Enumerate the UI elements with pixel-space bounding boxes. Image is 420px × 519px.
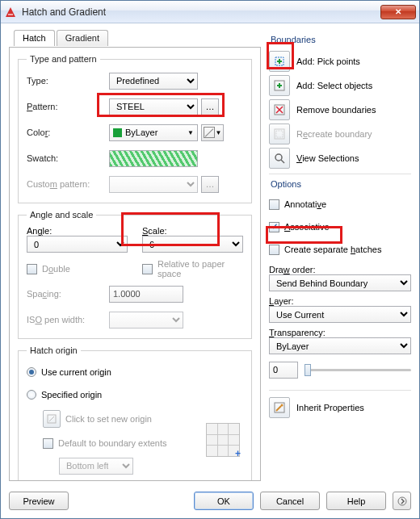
set-new-origin-button [43, 410, 61, 428]
legend-type-pattern: Type and pattern [27, 54, 100, 64]
specified-origin-label: Specified origin [41, 390, 102, 400]
legend-hatch-origin: Hatch origin [27, 345, 81, 355]
pattern-browse-button[interactable]: … [201, 98, 219, 115]
scale-label: Scale: [142, 226, 243, 236]
app-logo-icon [4, 6, 17, 19]
spacing-label: Spacing: [27, 289, 109, 299]
title-bar: Hatch and Gradient ✕ [1, 1, 419, 23]
double-checkbox [27, 264, 37, 274]
add-select-objects-label: Add: Select objects [296, 81, 372, 90]
layer-label: Layer: [269, 296, 411, 306]
group-type-pattern: Type and pattern Type: Predefined PPatte… [18, 54, 252, 203]
add-select-objects-button[interactable] [269, 75, 290, 96]
associative-label: Associative [284, 222, 330, 232]
swatch-label: Swatch: [27, 153, 109, 163]
view-selections-button[interactable] [269, 148, 290, 169]
options-title: Options [271, 179, 411, 189]
spacing-input [109, 286, 183, 303]
group-angle-scale: Angle and scale Angle: 0 Scale: 6 [18, 210, 252, 339]
use-current-origin-radio[interactable] [27, 367, 36, 377]
group-hatch-origin: Hatch origin Use current origin Specifie… [18, 345, 252, 481]
double-label: Double [42, 264, 70, 274]
cancel-button[interactable]: Cancel [260, 492, 320, 510]
pattern-label: PPattern:attern: [27, 102, 109, 111]
none-color-icon [204, 127, 215, 138]
expand-button[interactable] [393, 492, 411, 510]
help-button[interactable]: Help [326, 492, 386, 510]
default-extents-label: Default to boundary extents [58, 438, 167, 448]
svg-point-9 [398, 497, 406, 505]
view-selections-label: View Selections [296, 153, 359, 163]
inherit-properties-label: Inherit Properties [296, 403, 364, 412]
annotative-checkbox[interactable] [269, 199, 279, 210]
inherit-properties-button[interactable] [269, 397, 290, 418]
background-color-button[interactable]: ▼ [201, 124, 224, 141]
svg-rect-5 [276, 131, 283, 137]
tab-panel-hatch: Type and pattern Type: Predefined PPatte… [9, 47, 261, 481]
custom-pattern-browse-button: … [201, 176, 219, 193]
layer-select[interactable]: Use Current [269, 306, 411, 323]
chevron-right-icon [397, 496, 407, 506]
add-pick-points-button[interactable] [269, 51, 290, 72]
remove-boundaries-button[interactable] [269, 99, 290, 120]
window-title: Hatch and Gradient [22, 6, 106, 18]
associative-checkbox[interactable] [269, 222, 279, 232]
draw-order-select[interactable]: Send Behind Boundary [269, 274, 411, 291]
type-select[interactable]: Predefined [109, 73, 198, 90]
transparency-slider[interactable] [304, 362, 411, 378]
annotative-label: Annotative [284, 199, 326, 209]
draw-order-label: Draw order: [269, 265, 411, 274]
dialog-window: Hatch and Gradient ✕ Hatch Gradient Type… [0, 0, 420, 519]
svg-point-6 [275, 154, 282, 161]
iso-pen-select [109, 312, 183, 329]
color-swatch-icon [113, 128, 122, 137]
set-new-origin-label: Click to set new origin [65, 414, 152, 424]
relative-checkbox [142, 264, 153, 274]
transparency-label: Transparency: [269, 328, 411, 337]
tab-hatch[interactable]: Hatch [14, 30, 55, 46]
create-separate-checkbox[interactable] [269, 245, 279, 255]
boundaries-title: Boundaries [271, 35, 411, 44]
default-extents-checkbox [43, 438, 53, 449]
angle-label: Angle: [27, 226, 128, 236]
recreate-boundary-button [269, 123, 290, 144]
add-pick-points-label: Add: Pick points [296, 57, 360, 66]
close-button[interactable]: ✕ [380, 5, 416, 19]
ok-button[interactable]: OK [194, 492, 254, 510]
type-label: Type: [27, 76, 109, 86]
recreate-boundary-label: Recreate boundary [296, 129, 372, 139]
transparency-select[interactable]: ByLayer [269, 337, 411, 354]
color-label: Color: [27, 128, 109, 137]
pattern-select[interactable]: STEEL [109, 98, 198, 115]
angle-select[interactable]: 0 [27, 236, 128, 253]
tab-gradient[interactable]: Gradient [57, 30, 108, 46]
legend-angle-scale: Angle and scale [27, 210, 96, 220]
custom-pattern-label: Custom pattern: [27, 179, 109, 189]
specified-origin-radio[interactable] [27, 390, 36, 400]
relative-label: Relative to paper space [158, 259, 243, 278]
svg-point-8 [281, 404, 284, 407]
swatch-preview[interactable] [109, 150, 198, 167]
iso-pen-label: ISO pen width: [27, 315, 109, 324]
color-select[interactable]: ByLayer▼ [109, 124, 198, 141]
transparency-value-input[interactable] [269, 362, 298, 379]
use-current-origin-label: Use current origin [41, 367, 111, 377]
custom-pattern-select [109, 176, 198, 193]
create-separate-label: Create separate hatches [284, 245, 381, 254]
origin-preview-icon [206, 423, 240, 457]
preview-button[interactable]: Preview [9, 492, 69, 510]
scale-select[interactable]: 6 [142, 236, 243, 253]
remove-boundaries-label: Remove boundaries [296, 105, 376, 115]
extents-position-select: Bottom left [59, 458, 133, 475]
